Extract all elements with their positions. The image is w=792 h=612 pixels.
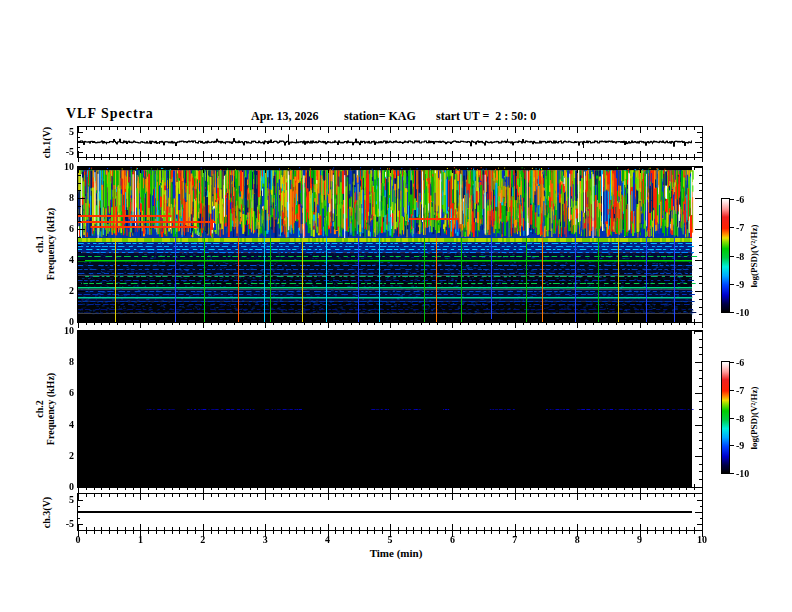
colorbar-tick-label: -10 [736, 307, 762, 318]
x-tick-label: 2 [191, 534, 215, 545]
y-tick-label: 8 [50, 192, 74, 203]
vlf-spectra-figure: VLF Spectra Apr. 13, 2026 station= KAG s… [0, 0, 792, 612]
x-tick-label: 0 [66, 534, 90, 545]
x-tick-label: 4 [316, 534, 340, 545]
x-tick-label: 5 [378, 534, 402, 545]
plot-title: VLF Spectra [66, 106, 154, 122]
x-tick-label: 3 [253, 534, 277, 545]
ch1-colorbar [721, 198, 730, 313]
colorbar-tick-label: -10 [736, 468, 762, 479]
y-tick-label: 4 [50, 254, 74, 265]
y-tick-label: -5 [50, 518, 74, 529]
colorbar-tick-label: -8 [736, 413, 762, 424]
y-tick-label: 10 [50, 325, 74, 336]
y-tick-label: 2 [50, 450, 74, 461]
y-tick-label: 2 [50, 285, 74, 296]
ch1-axis-label-line1: ch.1 [34, 174, 45, 314]
ch3-waveform-panel [77, 493, 703, 531]
ch1-waveform-panel [77, 126, 703, 158]
colorbar-tick-label: -6 [736, 357, 762, 368]
plot-date: Apr. 13, 2026 [251, 109, 319, 124]
y-tick-label: 6 [50, 223, 74, 234]
x-tick-label: 10 [690, 534, 714, 545]
y-tick-label: 4 [50, 419, 74, 430]
x-tick-label: 6 [440, 534, 464, 545]
x-tick-label: 8 [565, 534, 589, 545]
start-ut-label: start UT = 2 : 50: 0 [436, 109, 536, 124]
y-tick-label: -5 [50, 146, 74, 157]
x-tick-label: 7 [503, 534, 527, 545]
colorbar-tick-label: -6 [736, 194, 762, 205]
colorbar-tick-label: -8 [736, 251, 762, 262]
colorbar-tick-label: -9 [736, 279, 762, 290]
y-tick-label: 0 [50, 481, 74, 492]
y-tick-label: 8 [50, 356, 74, 367]
ch2-axis-label-line1: ch.2 [34, 339, 45, 479]
y-tick-label: 10 [50, 161, 74, 172]
ch2-spectrogram-panel [77, 330, 703, 488]
station-label: station= KAG [344, 109, 416, 124]
colorbar-tick-label: -7 [736, 222, 762, 233]
colorbar-tick-label: -9 [736, 440, 762, 451]
y-tick-label: 5 [50, 126, 74, 137]
ch2-colorbar [721, 361, 730, 474]
colorbar-tick-label: -7 [736, 385, 762, 396]
x-tick-label: 1 [128, 534, 152, 545]
time-axis-label: Time (min) [336, 547, 456, 559]
y-tick-label: 6 [50, 387, 74, 398]
y-tick-label: 5 [50, 494, 74, 505]
x-tick-label: 9 [628, 534, 652, 545]
ch1-spectrogram-panel [77, 166, 703, 323]
